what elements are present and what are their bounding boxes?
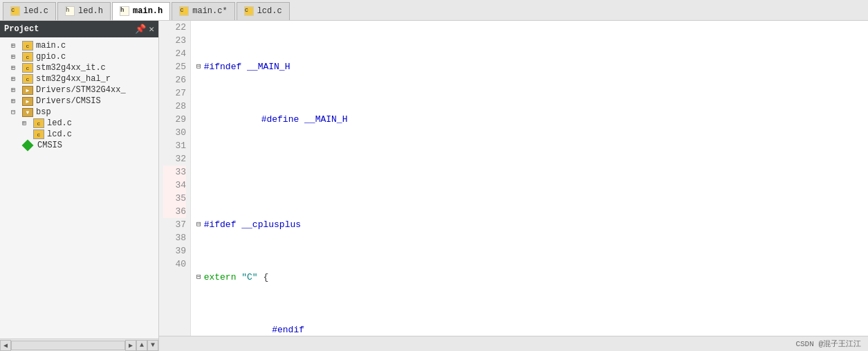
code-line-25: ⊟#ifdef __cplusplus — [196, 218, 862, 231]
tab-label-led-h: led.h — [78, 6, 103, 16]
expand-icon-main-c: ⊞ — [11, 42, 21, 50]
sidebar-item-gpio-c[interactable]: ⊞ c gpio.c — [0, 51, 158, 62]
ln-39: 39 — [163, 244, 186, 258]
sidebar-content: ⊞ c main.c ⊞ c gpio.c ⊞ c stm32g4xx_it.c… — [0, 37, 158, 339]
sidebar-item-stm32-hal[interactable]: ⊞ c stm32g4xx_hal_r — [0, 73, 158, 84]
sidebar-scroll-bottom: ◀ ▶ ▲ ▼ — [0, 339, 158, 351]
tab-main-h[interactable]: h main.h — [112, 2, 170, 20]
sidebar-item-drivers-stm[interactable]: ⊞ ▶ Drivers/STM32G4xx_ — [0, 84, 158, 96]
ln-23: 23 — [163, 34, 186, 47]
sidebar-item-main-c[interactable]: ⊞ c main.c — [0, 40, 158, 51]
ln-40: 40 — [163, 258, 186, 271]
expand-icon-stm32-hal: ⊞ — [11, 75, 21, 83]
footer: CSDN @混子王江江 — [159, 336, 868, 351]
file-icon-main-c: c — [22, 41, 33, 51]
ln-22: 22 — [163, 21, 186, 34]
code-line-24 — [196, 165, 862, 179]
code-editor: 22 23 24 25 26 27 28 29 30 31 32 33 34 3… — [159, 21, 868, 351]
tab-label-lcd-c: lcd.c — [257, 6, 282, 16]
ln-37: 37 — [163, 218, 186, 231]
sidebar: Project 📌 ✕ ⊞ c main.c ⊞ c gpio.c ⊞ — [0, 21, 159, 351]
scroll-left-arrow[interactable]: ◀ — [0, 340, 11, 351]
sidebar-header: Project 📌 ✕ — [0, 21, 158, 37]
main-area: Project 📌 ✕ ⊞ c main.c ⊞ c gpio.c ⊞ — [0, 21, 868, 351]
expand-icon-drivers-stm: ⊞ — [11, 86, 21, 94]
tab-lcd-c[interactable]: c lcd.c — [237, 2, 290, 20]
tab-label-led-c: led.c — [24, 6, 48, 16]
ln-28: 28 — [163, 100, 186, 113]
sidebar-label-stm32-hal: stm32g4xx_hal_r — [36, 74, 111, 84]
ln-31: 31 — [163, 139, 186, 152]
diamond-icon-cmsis — [22, 140, 34, 152]
folder-icon-bsp: ▼ — [22, 108, 33, 117]
tab-icon-led-c: c — [10, 6, 20, 16]
sidebar-label-cmsis: CMSIS — [37, 141, 62, 150]
tab-icon-led-h: h — [65, 6, 75, 16]
sidebar-item-bsp[interactable]: ⊟ ▼ bsp — [0, 107, 158, 118]
sidebar-label-gpio-c: gpio.c — [36, 52, 66, 62]
pin-icon[interactable]: 📌 — [135, 25, 146, 34]
tab-icon-main-h: h — [120, 6, 129, 16]
tab-label-main-h: main.h — [133, 6, 163, 16]
sidebar-label-bsp-led-c: led.c — [47, 118, 72, 128]
sidebar-label-stm32-it: stm32g4xx_it.c — [36, 63, 106, 73]
ln-27: 27 — [163, 87, 186, 100]
sidebar-item-bsp-led-c[interactable]: ⊞ c led.c — [0, 118, 158, 129]
sidebar-label-bsp-lcd-c: lcd.c — [47, 129, 72, 139]
sidebar-item-bsp-lcd-c[interactable]: ⊞ c lcd.c — [0, 129, 158, 140]
file-icon-stm32-it: c — [22, 63, 33, 73]
expand-icon-bsp-led-c: ⊞ — [22, 119, 32, 127]
tab-label-main-c: main.c* — [192, 6, 227, 16]
footer-label: CSDN @混子王江江 — [795, 339, 861, 349]
ln-35: 35 — [163, 192, 186, 205]
ln-29: 29 — [163, 113, 186, 126]
ln-34: 34 — [163, 179, 186, 192]
file-icon-stm32-hal: c — [22, 74, 33, 84]
ln-24: 24 — [163, 47, 186, 60]
folder-icon-drivers-stm: ▶ — [22, 86, 33, 95]
sidebar-label-drivers-cmsis: Drivers/CMSIS — [36, 96, 101, 106]
tab-led-c[interactable]: c led.c — [3, 2, 56, 20]
close-icon[interactable]: ✕ — [149, 25, 154, 34]
sidebar-label-drivers-stm: Drivers/STM32G4xx_ — [36, 85, 126, 95]
ln-26: 26 — [163, 73, 186, 87]
sidebar-label-main-c: main.c — [36, 41, 66, 51]
scroll-right-arrow[interactable]: ▶ — [125, 340, 136, 351]
file-icon-bsp-led-c: c — [33, 118, 44, 128]
sidebar-item-drivers-cmsis[interactable]: ⊞ ▶ Drivers/CMSIS — [0, 96, 158, 107]
expand-icon-stm32-it: ⊞ — [11, 64, 21, 72]
ln-38: 38 — [163, 231, 186, 244]
scroll-up-arrow[interactable]: ▲ — [136, 340, 147, 351]
file-icon-gpio-c: c — [22, 52, 33, 62]
ln-32: 32 — [163, 152, 186, 165]
folder-icon-drivers-cmsis: ▶ — [22, 97, 33, 106]
code-line-22: ⊟#ifndef __MAIN_H — [196, 60, 862, 73]
expand-icon-gpio-c: ⊞ — [11, 53, 21, 61]
scroll-down-arrow[interactable]: ▼ — [147, 340, 158, 351]
file-icon-bsp-lcd-c: c — [33, 129, 44, 139]
tab-icon-lcd-c: c — [244, 6, 254, 16]
code-area[interactable]: 22 23 24 25 26 27 28 29 30 31 32 33 34 3… — [159, 21, 868, 336]
tab-main-c[interactable]: c main.c* — [172, 2, 234, 20]
code-lines[interactable]: ⊟#ifndef __MAIN_H #define __MAIN_H ⊟#ifd… — [191, 21, 868, 336]
ln-30: 30 — [163, 126, 186, 139]
sidebar-item-cmsis[interactable]: ⊞ CMSIS — [0, 140, 158, 151]
tab-led-h[interactable]: h led.h — [57, 2, 111, 20]
ln-25: 25 — [163, 60, 186, 73]
line-numbers: 22 23 24 25 26 27 28 29 30 31 32 33 34 3… — [159, 21, 191, 336]
expand-icon-bsp: ⊟ — [11, 108, 21, 116]
code-line-26: ⊟extern "C" { — [196, 271, 862, 284]
expand-icon-drivers-cmsis: ⊞ — [11, 97, 21, 105]
sidebar-title: Project — [4, 24, 39, 34]
ln-33: 33 — [163, 165, 186, 179]
sidebar-item-stm32-it[interactable]: ⊞ c stm32g4xx_it.c — [0, 62, 158, 73]
sidebar-label-bsp: bsp — [36, 107, 51, 117]
ln-36: 36 — [163, 205, 186, 218]
code-line-27: #endif — [196, 323, 862, 336]
tab-bar: c led.c h led.h h main.h c main.c* c lcd… — [0, 0, 868, 21]
code-line-23: #define __MAIN_H — [196, 113, 862, 126]
sidebar-header-icons: 📌 ✕ — [135, 25, 154, 34]
tab-icon-main-c: c — [179, 6, 189, 16]
